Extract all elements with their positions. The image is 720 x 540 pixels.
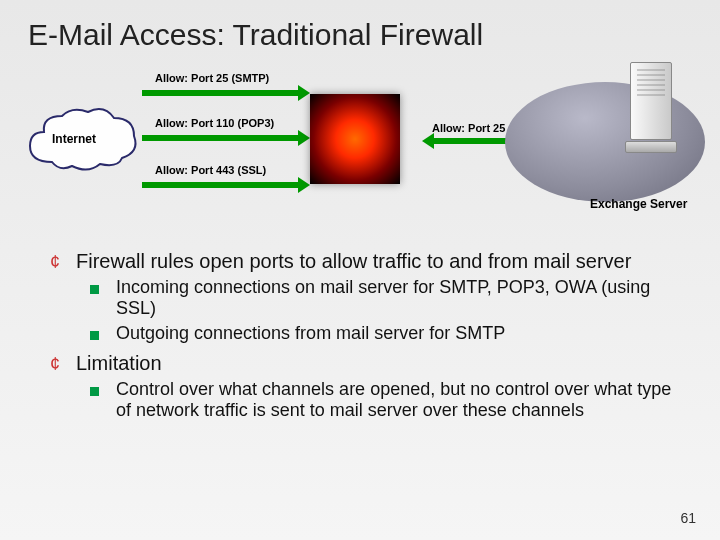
slide-body: Firewall rules open ports to allow traff…: [0, 232, 720, 421]
slide-title: E-Mail Access: Traditional Firewall: [0, 0, 720, 52]
subbullet-incoming: Incoming connections on mail server for …: [90, 277, 690, 319]
server-icon: [630, 62, 672, 157]
subbullet-limitation-detail: Control over what channels are opened, b…: [90, 379, 690, 421]
allow-port-25-smtp-label: Allow: Port 25 (SMTP): [155, 72, 269, 84]
internet-cloud: Internet: [22, 102, 142, 177]
arrow-in-pop3: [142, 135, 300, 141]
firewall-icon: [310, 94, 400, 184]
network-diagram: Internet Allow: Port 25 (SMTP) Allow: Po…: [0, 62, 720, 232]
slide-number: 61: [680, 510, 696, 526]
bullet-firewall-rules: Firewall rules open ports to allow traff…: [50, 250, 690, 273]
arrow-in-smtp: [142, 90, 300, 96]
subbullet-outgoing: Outgoing connections from mail server fo…: [90, 323, 690, 344]
internet-label: Internet: [52, 132, 96, 146]
allow-port-110-pop3-label: Allow: Port 110 (POP3): [155, 117, 274, 129]
exchange-server-label: Exchange Server: [590, 197, 687, 211]
allow-port-443-ssl-label: Allow: Port 443 (SSL): [155, 164, 266, 176]
allow-port-25-out-label: Allow: Port 25: [432, 122, 505, 134]
arrow-in-ssl: [142, 182, 300, 188]
bullet-limitation: Limitation: [50, 352, 690, 375]
